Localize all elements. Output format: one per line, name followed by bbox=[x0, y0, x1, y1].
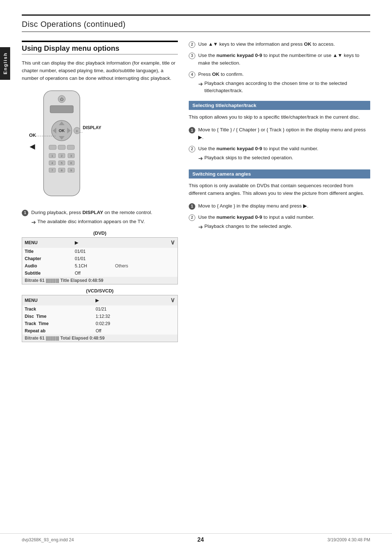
svg-text:6: 6 bbox=[70, 161, 72, 165]
table-row: Repeat abOff bbox=[22, 327, 178, 335]
section2-step-2-arrow: ➜ Playback changes to the selected angle… bbox=[198, 223, 370, 231]
dvd-bitrate-row: Bitrate 61 ||||||||||| Title Elapsed 0:4… bbox=[22, 277, 178, 284]
section-title: Using Display menu options bbox=[22, 41, 178, 54]
section2-step-num-2: 2 bbox=[189, 214, 195, 221]
svg-rect-12 bbox=[58, 145, 65, 149]
table-row: Chapter01/01 bbox=[22, 255, 178, 262]
svg-text:D: D bbox=[76, 130, 78, 132]
left-column: Using Display menu options This unit can… bbox=[22, 41, 178, 344]
svg-text:5: 5 bbox=[61, 161, 63, 165]
step-num-2: 2 bbox=[189, 41, 195, 48]
step-num-3: 3 bbox=[189, 53, 195, 59]
section2-step-1: 1 Move to { Angle } in the display menu … bbox=[189, 202, 370, 210]
vcd-table: MENU ▶ ∨ Track01/21 Disc Time1:12:32 Tra… bbox=[22, 295, 178, 342]
svg-rect-4 bbox=[50, 106, 73, 113]
sub-section-title-2: Switching camera angles bbox=[189, 169, 370, 178]
table-row: Title01/01 bbox=[22, 248, 178, 255]
dvd-menu-header: MENU ▶ ∨ bbox=[22, 237, 178, 248]
language-tab: English bbox=[0, 47, 10, 80]
section2-step-2: 2 Use the numeric keypad 0-9 to input a … bbox=[189, 214, 370, 231]
svg-rect-11 bbox=[49, 145, 56, 149]
section1-step-2: 2 Use the numeric keypad 0-9 to input th… bbox=[189, 145, 370, 163]
footer-left: dvp3268K_93_eng.indd 24 bbox=[22, 537, 74, 542]
svg-text:⏻: ⏻ bbox=[60, 97, 64, 101]
section1-step-num-2: 2 bbox=[189, 146, 195, 152]
step-4: 4 Press OK to confirm. ➜ Playback change… bbox=[189, 71, 370, 94]
table-row: Track01/21 bbox=[22, 305, 178, 313]
page-number: 24 bbox=[197, 537, 204, 543]
svg-text:4: 4 bbox=[52, 161, 53, 165]
svg-text:7: 7 bbox=[52, 169, 53, 172]
step-num-4: 4 bbox=[189, 71, 195, 78]
section2-step-num-1: 1 bbox=[189, 203, 195, 210]
section1-step-1: 1 Move to { Title } / { Chapter } or { T… bbox=[189, 126, 370, 141]
svg-text:3: 3 bbox=[70, 154, 72, 157]
footer-right: 3/19/2009 4:30:48 PM bbox=[327, 537, 370, 542]
remote-svg: ⏻ OK bbox=[29, 89, 94, 201]
vcd-menu-header: MENU ▶ ∨ bbox=[22, 295, 178, 305]
language-label: English bbox=[3, 53, 8, 75]
table-row: Disc Time1:12:32 bbox=[22, 313, 178, 320]
step-4-content: Press OK to confirm. ➜ Playback changes … bbox=[198, 71, 370, 94]
step-4-arrow: ➜ Playback changes according to the chos… bbox=[198, 80, 370, 95]
right-column: 2 Use ▲▼ keys to view the information an… bbox=[189, 41, 370, 344]
svg-text:8: 8 bbox=[61, 169, 63, 172]
section1-step-1-content: Move to { Title } / { Chapter } or { Tra… bbox=[198, 126, 370, 141]
svg-text:1: 1 bbox=[52, 154, 53, 157]
svg-rect-13 bbox=[67, 145, 74, 149]
step-3-content: Use the numeric keypad 0-9 to input the … bbox=[198, 52, 370, 67]
step-1-content: During playback, press DISPLAY on the re… bbox=[31, 209, 178, 227]
svg-text:9: 9 bbox=[70, 169, 72, 172]
title-suffix: (continued) bbox=[81, 20, 126, 29]
section1-step-2-content: Use the numeric keypad 0-9 to input the … bbox=[198, 145, 370, 163]
dvd-label: (DVD) bbox=[22, 230, 178, 236]
display-label: DISPLAY bbox=[83, 125, 101, 130]
page-title: Disc Operations (continued) bbox=[22, 15, 370, 32]
ok-dotted-line bbox=[36, 135, 56, 137]
table-row: Track Time0:02:29 bbox=[22, 320, 178, 327]
left-arrow-label: ◀ bbox=[30, 143, 35, 151]
sub-section-title-1: Selecting title/chapter/track bbox=[189, 101, 370, 110]
section1-step-2-arrow: ➜ Playback skips to the selected operati… bbox=[198, 154, 370, 163]
section2-step-2-content: Use the numeric keypad 0-9 to input a va… bbox=[198, 214, 370, 231]
page-footer: dvp3268K_93_eng.indd 24 24 3/19/2009 4:3… bbox=[0, 533, 392, 543]
section1-body: This option allows you to skip to a spec… bbox=[189, 114, 370, 121]
scroll-arrow-dvd: ∨ bbox=[170, 238, 175, 246]
step-num-1: 1 bbox=[22, 210, 28, 216]
section-title-text: Using Display menu options bbox=[22, 44, 119, 52]
table-row: SubtitleOff bbox=[22, 270, 178, 277]
vcd-label: (VCD/SVCD) bbox=[22, 288, 178, 294]
intro-text: This unit can display the disc playback … bbox=[22, 59, 178, 82]
section1-step-num-1: 1 bbox=[189, 127, 195, 134]
ok-label: OK bbox=[29, 132, 36, 138]
svg-text:OK: OK bbox=[59, 128, 65, 133]
display-dotted-line bbox=[80, 132, 83, 133]
step-1: 1 During playback, press DISPLAY on the … bbox=[22, 209, 178, 227]
step-1-arrow: ➜ The available disc information appears… bbox=[31, 218, 178, 227]
svg-text:2: 2 bbox=[61, 154, 63, 157]
remote-diagram: OK ◀ ⏻ bbox=[29, 89, 178, 202]
section2-body: This option is only available on DVDs th… bbox=[189, 182, 370, 197]
step-2-content: Use ▲▼ keys to view the information and … bbox=[198, 41, 370, 48]
title-text: Disc Operations bbox=[22, 20, 81, 29]
table-row: Audio5.1CHOthers bbox=[22, 262, 178, 270]
step-2: 2 Use ▲▼ keys to view the information an… bbox=[189, 41, 370, 48]
page: English Disc Operations (continued) Usin… bbox=[0, 0, 392, 554]
section2-step-1-content: Move to { Angle } in the display menu an… bbox=[198, 202, 370, 210]
scroll-arrow-vcd: ∨ bbox=[170, 296, 175, 304]
step-3: 3 Use the numeric keypad 0-9 to input th… bbox=[189, 52, 370, 67]
vcd-bitrate-row: Bitrate 61 ||||||||||| Total Elapsed 0:4… bbox=[22, 335, 178, 342]
dvd-table: MENU ▶ ∨ Title01/01 Chapter01/01 Audio5.… bbox=[22, 237, 178, 284]
